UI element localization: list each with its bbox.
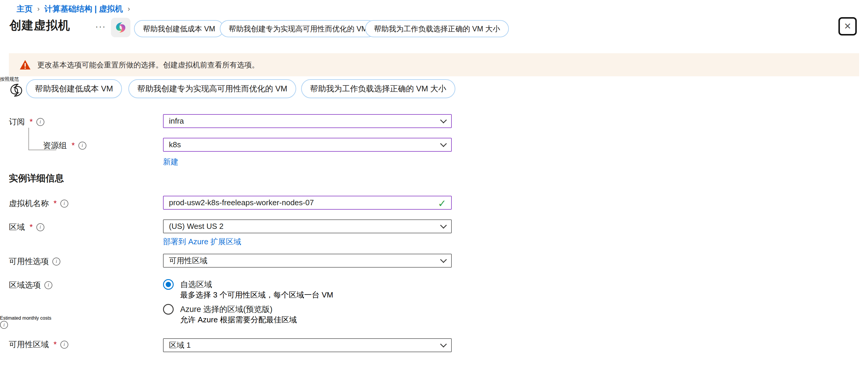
region-value: (US) West US 2 — [169, 222, 441, 231]
checkmark-icon: ✓ — [438, 197, 446, 210]
collapse-icon[interactable] — [0, 329, 868, 385]
copilot-button[interactable] — [111, 18, 130, 37]
required-asterisk: * — [54, 340, 57, 349]
subscription-value: infra — [169, 117, 441, 126]
required-asterisk: * — [30, 118, 33, 127]
copilot-icon — [114, 21, 127, 34]
main-scrollbar-thumb[interactable] — [0, 83, 5, 145]
connector-line — [28, 128, 29, 150]
info-icon[interactable]: i — [36, 223, 44, 231]
zone-option-self-select[interactable]: 自选区域 最多选择 3 个可用性区域，每个区域一台 VM — [163, 279, 333, 300]
breadcrumb-home-link[interactable]: 主页 — [17, 4, 33, 14]
info-icon[interactable]: i — [52, 258, 60, 265]
main-scrollbar-track[interactable] — [0, 83, 8, 316]
info-icon[interactable]: i — [44, 281, 52, 289]
chevron-down-icon — [440, 117, 447, 123]
radio-selected-icon[interactable] — [163, 279, 174, 290]
chevron-down-icon — [440, 222, 447, 229]
availability-zone-dropdown[interactable]: 区域 1 — [163, 338, 452, 352]
copilot-suggestion-vm-size[interactable]: 帮助我为工作负载选择正确的 VM 大小 — [365, 20, 509, 37]
copilot-suggestion-vm-size-2[interactable]: 帮助我为工作负载选择正确的 VM 大小 — [301, 79, 455, 98]
radio-unselected-icon[interactable] — [163, 304, 174, 315]
copilot-suggestion-low-cost[interactable]: 帮助我创建低成本 VM — [134, 20, 224, 37]
subscription-dropdown[interactable]: infra — [163, 114, 452, 128]
info-icon[interactable]: i — [60, 341, 68, 349]
availability-zone-label: 可用性区域* i — [9, 339, 68, 350]
radio-label: Azure 选择的区域(预览版) — [180, 305, 273, 314]
resource-group-value: k8s — [169, 140, 441, 149]
region-label: 区域* i — [9, 222, 44, 232]
availability-zone-value: 区域 1 — [169, 340, 441, 350]
breadcrumb-chevron-icon: › — [37, 5, 40, 13]
info-icon[interactable]: i — [79, 142, 86, 150]
instance-details-header: 实例详细信息 — [9, 172, 64, 185]
region-dropdown[interactable]: (US) West US 2 — [163, 219, 452, 233]
chevron-down-icon — [440, 140, 447, 147]
create-vm-page: 主页 › 计算基础结构 | 虚拟机 › 创建虚拟机 ··· 帮助我创建低成本 V… — [0, 0, 868, 385]
zone-option-azure-select[interactable]: Azure 选择的区域(预览版) 允许 Azure 根据需要分配最佳区域 — [163, 304, 297, 325]
close-icon: ✕ — [844, 22, 851, 31]
breadcrumb-chevron-icon: › — [128, 5, 130, 13]
close-button[interactable]: ✕ — [838, 17, 857, 35]
radio-description: 最多选择 3 个可用性区域，每个区域一台 VM — [180, 290, 333, 300]
resource-group-label: 资源组* i — [43, 140, 86, 151]
radio-description: 允许 Azure 根据需要分配最佳区域 — [180, 315, 297, 325]
info-icon[interactable]: i — [60, 200, 68, 207]
subscription-label: 订阅* i — [9, 117, 44, 127]
required-asterisk: * — [71, 141, 75, 150]
warning-icon — [20, 60, 31, 70]
breadcrumb: 主页 › 计算基础结构 | 虚拟机 › — [17, 4, 130, 14]
info-icon[interactable]: i — [0, 321, 8, 329]
more-options-button[interactable]: ··· — [95, 21, 106, 31]
availability-options-value: 可用性区域 — [169, 255, 441, 266]
create-new-link[interactable]: 新建 — [163, 157, 178, 167]
chevron-down-icon — [440, 341, 447, 348]
breadcrumb-section-link[interactable]: 计算基础结构 | 虚拟机 — [44, 4, 123, 14]
required-asterisk: * — [30, 223, 33, 232]
copilot-suggestion-high-availability[interactable]: 帮助我创建专为实现高可用性而优化的 VM — [220, 20, 376, 37]
resource-group-dropdown[interactable]: k8s — [163, 138, 452, 152]
vm-name-input[interactable] — [163, 196, 452, 210]
extended-zones-link[interactable]: 部署到 Azure 扩展区域 — [163, 236, 241, 247]
availability-options-dropdown[interactable]: 可用性区域 — [163, 254, 452, 267]
info-icon[interactable]: i — [36, 118, 44, 126]
radio-label: 自选区域 — [180, 280, 212, 289]
copilot-suggestion-high-availability-2[interactable]: 帮助我创建专为实现高可用性而优化的 VM — [128, 79, 296, 98]
availability-options-label: 可用性选项 i — [9, 256, 60, 267]
copilot-outline-icon — [8, 82, 24, 98]
warning-banner: 更改基本选项可能会重置所做的选择。创建虚拟机前查看所有选项。 — [9, 53, 859, 76]
warning-text: 更改基本选项可能会重置所做的选择。创建虚拟机前查看所有选项。 — [37, 60, 259, 70]
copilot-suggestion-low-cost-2[interactable]: 帮助我创建低成本 VM — [26, 79, 122, 98]
zone-options-label: 区域选项 i — [9, 280, 52, 290]
chevron-down-icon — [440, 256, 447, 263]
required-asterisk: * — [54, 199, 57, 208]
vm-name-label: 虚拟机名称* i — [9, 198, 68, 209]
cost-panel-title: Estimated monthly costs — [0, 316, 868, 321]
page-title: 创建虚拟机 — [9, 17, 70, 33]
